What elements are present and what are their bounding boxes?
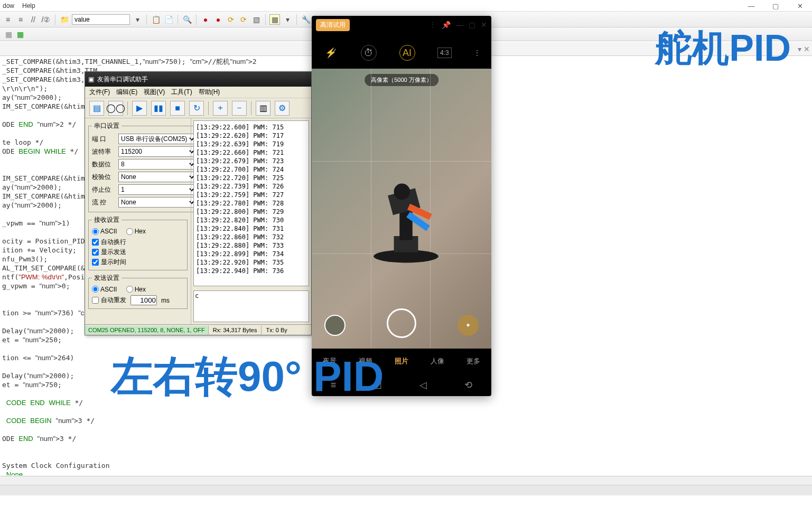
resolution-pill: 高像素（5000 万像素）: [365, 74, 438, 86]
search-input[interactable]: [72, 14, 130, 25]
uncomment-icon[interactable]: /②: [41, 14, 51, 25]
maximize-button[interactable]: ▢: [763, 0, 788, 12]
layout-icon[interactable]: ▥: [256, 101, 270, 116]
paste-icon[interactable]: 📄: [163, 14, 174, 25]
mode-photo[interactable]: 照片: [395, 356, 408, 366]
flash-off-icon[interactable]: ⚡̸: [323, 45, 339, 61]
phone-minimize-icon[interactable]: —: [456, 21, 463, 29]
phone-camera-window: ⚡̸ ⏱ AI 4:3 ⋮ 高像素（5000 万像素） ✦ 夜景 视频 照片 人…: [312, 16, 491, 396]
mode-portrait[interactable]: 人像: [431, 356, 444, 366]
nav-back-icon[interactable]: ◁: [419, 379, 427, 391]
baud-select[interactable]: 115200: [118, 146, 197, 157]
minimize-button[interactable]: —: [739, 0, 763, 12]
horizontal-scrollbar[interactable]: [0, 476, 812, 485]
folder-icon[interactable]: 📁: [59, 14, 70, 25]
timer-icon[interactable]: ⏱: [361, 45, 377, 61]
outdent-icon[interactable]: ≡: [15, 14, 26, 25]
serial-menu-help[interactable]: 帮助(H): [199, 88, 220, 97]
serial-menu: 文件(F) 编辑(E) 视图(V) 工具(T) 帮助(H): [85, 87, 311, 98]
serial-status-rx: Rx: 34,317 Bytes: [208, 326, 262, 334]
indent-icon[interactable]: ≡: [3, 14, 13, 25]
aspect-ratio-button[interactable]: 4:3: [437, 48, 452, 58]
mode-more[interactable]: 更多: [466, 356, 480, 366]
svg-point-6: [394, 183, 410, 200]
phone-menu-icon[interactable]: ⋮: [429, 21, 436, 29]
recv-ascii-radio[interactable]: [92, 228, 99, 235]
wrench-icon[interactable]: 🔧: [301, 14, 311, 25]
minus-icon[interactable]: －: [232, 101, 247, 116]
flow-select[interactable]: None: [118, 197, 197, 208]
record-icon[interactable]: ●: [200, 14, 211, 25]
serial-send-input[interactable]: c: [193, 290, 309, 322]
settings-icon[interactable]: ⚙: [275, 101, 290, 116]
stop-select[interactable]: 1: [118, 184, 197, 195]
autorepeat-check[interactable]: [92, 297, 99, 304]
new-icon[interactable]: ▤: [89, 101, 104, 116]
serial-titlebar[interactable]: ▣ 友善串口调试助手: [85, 72, 311, 87]
phone-pin-icon[interactable]: 📌: [442, 21, 451, 29]
serial-statusbar: COM25 OPENED, 115200, 8, NONE, 1, OFF Rx…: [85, 324, 311, 335]
data-select[interactable]: 8: [118, 159, 197, 170]
stop-label: 停止位: [92, 185, 116, 194]
highlight-icon[interactable]: ▦: [269, 14, 280, 25]
tape-icon[interactable]: ◯◯: [108, 101, 123, 116]
stop-icon[interactable]: ●: [213, 14, 223, 25]
flow-label: 流 控: [92, 198, 116, 207]
project-icon[interactable]: ▦: [3, 29, 14, 40]
phone-badge[interactable]: 高清试用: [316, 19, 350, 31]
serial-menu-edit[interactable]: 编辑(E): [116, 88, 137, 97]
showtime-label: 显示时间: [101, 258, 126, 267]
play-icon[interactable]: ▶: [132, 101, 147, 116]
overlay-title-bottom: 左右转90° PID: [111, 349, 384, 406]
serial-status-tx: Tx: 0 By: [261, 326, 291, 334]
ai-icon[interactable]: AI: [399, 45, 415, 61]
autowrap-label: 自动换行: [101, 238, 126, 247]
build-icon[interactable]: ⟳: [238, 14, 249, 25]
dropdown-icon[interactable]: ▾: [132, 14, 143, 25]
comment-icon[interactable]: //: [28, 14, 39, 25]
more-options-icon[interactable]: ⋮: [474, 49, 480, 57]
ms-label: ms: [161, 297, 170, 304]
phone-top-controls: ⚡̸ ⏱ AI 4:3 ⋮: [312, 37, 491, 69]
stop-button-icon[interactable]: ■: [170, 101, 185, 116]
run-icon[interactable]: ▦: [14, 29, 26, 40]
showtime-check[interactable]: [92, 259, 99, 266]
tab-close-icon[interactable]: ▾ ✕: [798, 45, 810, 53]
send-ascii-radio[interactable]: [92, 286, 99, 293]
zoom-icon[interactable]: 🔍: [182, 14, 192, 25]
serial-log[interactable]: [13:29:22.600] PWM: 715 [13:29:22.620] P…: [193, 120, 309, 286]
phone-maximize-icon[interactable]: ▢: [469, 21, 475, 29]
port-label: 端 口: [92, 135, 116, 144]
next-icon[interactable]: ▾: [282, 14, 293, 25]
send-hex-radio[interactable]: [126, 286, 133, 293]
autowrap-check[interactable]: [92, 239, 99, 246]
copy-icon[interactable]: 📋: [151, 14, 161, 25]
serial-toolbar: ▤ ◯◯ ▶ ▮▮ ■ ↻ ＋ － ▥ ⚙: [85, 98, 311, 118]
autorepeat-label: 自动重发: [101, 296, 126, 305]
refresh-icon[interactable]: ↻: [189, 101, 204, 116]
menu-help[interactable]: Help: [22, 2, 35, 10]
serial-menu-view[interactable]: 视图(V): [144, 88, 165, 97]
showsend-check[interactable]: [92, 249, 99, 256]
pause-icon[interactable]: ▮▮: [151, 101, 166, 116]
menu-window[interactable]: dow: [3, 2, 14, 10]
nav-switch-icon[interactable]: ⟲: [464, 379, 472, 391]
port-select[interactable]: USB 串行设备(COM25): [118, 134, 197, 144]
camera-viewfinder[interactable]: 高像素（5000 万像素） ✦: [312, 69, 491, 349]
serial-menu-tools[interactable]: 工具(T): [171, 88, 192, 97]
close-button[interactable]: ✕: [788, 0, 812, 12]
parity-select[interactable]: None: [118, 172, 197, 182]
recv-hex-radio[interactable]: [126, 228, 133, 235]
interval-input[interactable]: [130, 295, 157, 305]
phone-close-icon[interactable]: ✕: [481, 21, 487, 29]
serial-menu-file[interactable]: 文件(F): [89, 88, 110, 97]
gallery-thumbnail[interactable]: [324, 315, 346, 336]
phone-host-titlebar: 高清试用 ⋮ 📌 — ▢ ✕: [312, 16, 491, 34]
shutter-button[interactable]: [387, 308, 416, 338]
play-icon[interactable]: ⟳: [226, 14, 236, 25]
plus-icon[interactable]: ＋: [213, 101, 228, 116]
magic-wand-icon[interactable]: ✦: [458, 315, 479, 336]
debug-icon[interactable]: ▧: [251, 14, 262, 25]
recv-settings-group: 接收设置 ASCII Hex 自动换行 显示发送 显示时间: [88, 215, 188, 270]
serial-left-panel: 串口设置 端 口USB 串行设备(COM25) 波特率115200 数据位8 校…: [85, 118, 191, 324]
